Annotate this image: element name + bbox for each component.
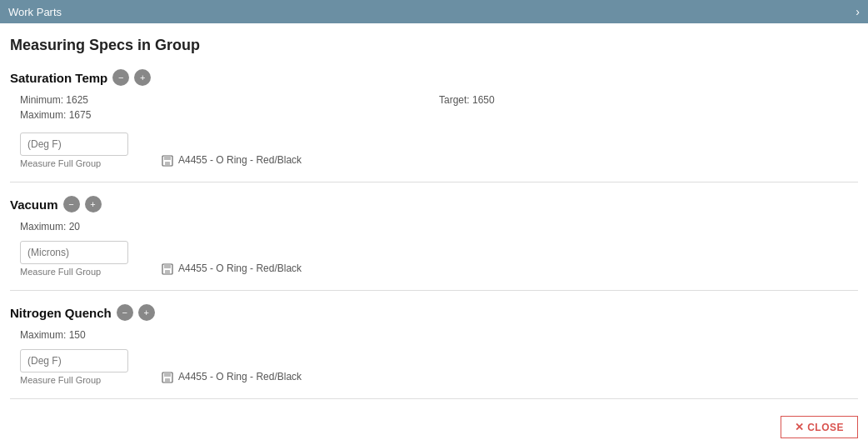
- header-bar: Work Parts ›: [0, 0, 868, 23]
- part-label-vacuum: A4455 - O Ring - Red/Black: [178, 262, 302, 274]
- plus-btn-saturation-temp[interactable]: +: [134, 69, 151, 86]
- spec-minimum-label: Minimum: 1625: [20, 94, 439, 106]
- svg-rect-5: [165, 270, 170, 273]
- section-title-vacuum: Vacuum: [10, 198, 58, 212]
- close-button[interactable]: ✕ CLOSE: [781, 416, 858, 438]
- svg-rect-2: [165, 162, 170, 165]
- spec-section-vacuum: Vacuum−+Maximum: 20Measure Full GroupA44…: [10, 196, 858, 291]
- minus-btn-vacuum[interactable]: −: [63, 196, 80, 212]
- header-chevron-icon: ›: [856, 5, 860, 18]
- minus-btn-saturation-temp[interactable]: −: [112, 69, 129, 86]
- main-content: Measuring Specs in Group Saturation Temp…: [0, 23, 868, 445]
- spec-section-saturation-temp: Saturation Temp−+Minimum: 1625Maximum: 1…: [10, 69, 858, 182]
- measure-label-saturation-temp: Measure Full Group: [20, 158, 128, 168]
- spec-maximum-label: Maximum: 1675: [20, 109, 439, 121]
- footer-bar: ✕ CLOSE: [0, 409, 868, 445]
- input-row-nitrogen-quench: Measure Full GroupA4455 - O Ring - Red/B…: [20, 346, 858, 385]
- measure-label-nitrogen-quench: Measure Full Group: [20, 375, 128, 385]
- spec-maximum-nitrogen-quench: Maximum: 150: [20, 329, 858, 341]
- spec-maximum-vacuum: Maximum: 20: [20, 221, 858, 232]
- svg-rect-7: [164, 372, 171, 377]
- part-icon: [162, 262, 173, 275]
- svg-rect-8: [165, 378, 170, 382]
- input-wrapper-saturation-temp: Measure Full Group: [20, 132, 128, 168]
- spec-target-label: Target: 1650: [439, 94, 495, 106]
- spec-section-nitrogen-quench: Nitrogen Quench−+Maximum: 150Measure Ful…: [10, 304, 858, 399]
- section-body-nitrogen-quench: Maximum: 150Measure Full GroupA4455 - O …: [10, 329, 858, 385]
- page-title: Measuring Specs in Group: [10, 37, 858, 54]
- input-wrapper-nitrogen-quench: Measure Full Group: [20, 349, 128, 385]
- part-label-saturation-temp: A4455 - O Ring - Red/Black: [178, 154, 302, 166]
- section-body-saturation-temp: Minimum: 1625Maximum: 1675Target: 1650Me…: [10, 94, 858, 168]
- part-icon: [162, 370, 173, 383]
- input-row-vacuum: Measure Full GroupA4455 - O Ring - Red/B…: [20, 238, 858, 277]
- input-row-saturation-temp: Measure Full GroupA4455 - O Ring - Red/B…: [20, 129, 858, 168]
- section-header-vacuum: Vacuum−+: [10, 196, 858, 212]
- spec-input-nitrogen-quench[interactable]: [20, 349, 128, 372]
- part-icon: [162, 153, 173, 167]
- part-info-vacuum: A4455 - O Ring - Red/Black: [162, 262, 302, 277]
- section-title-saturation-temp: Saturation Temp: [10, 71, 107, 85]
- plus-btn-vacuum[interactable]: +: [85, 196, 102, 212]
- part-info-nitrogen-quench: A4455 - O Ring - Red/Black: [162, 370, 302, 385]
- plus-btn-nitrogen-quench[interactable]: +: [138, 304, 155, 321]
- part-info-saturation-temp: A4455 - O Ring - Red/Black: [162, 153, 302, 168]
- spec-input-saturation-temp[interactable]: [20, 132, 128, 156]
- measure-label-vacuum: Measure Full Group: [20, 267, 128, 277]
- input-wrapper-vacuum: Measure Full Group: [20, 241, 128, 277]
- close-label: CLOSE: [807, 422, 844, 433]
- header-title: Work Parts: [8, 6, 62, 18]
- svg-rect-1: [164, 156, 171, 160]
- minus-btn-nitrogen-quench[interactable]: −: [117, 304, 133, 321]
- section-header-nitrogen-quench: Nitrogen Quench−+: [10, 304, 858, 321]
- sections-container: Saturation Temp−+Minimum: 1625Maximum: 1…: [10, 69, 858, 445]
- section-header-saturation-temp: Saturation Temp−+: [10, 69, 858, 86]
- part-label-nitrogen-quench: A4455 - O Ring - Red/Black: [178, 371, 302, 382]
- svg-rect-4: [164, 264, 171, 268]
- spec-input-vacuum[interactable]: [20, 241, 128, 264]
- close-x-icon: ✕: [795, 421, 805, 433]
- section-title-nitrogen-quench: Nitrogen Quench: [10, 306, 112, 320]
- section-body-vacuum: Maximum: 20Measure Full GroupA4455 - O R…: [10, 221, 858, 277]
